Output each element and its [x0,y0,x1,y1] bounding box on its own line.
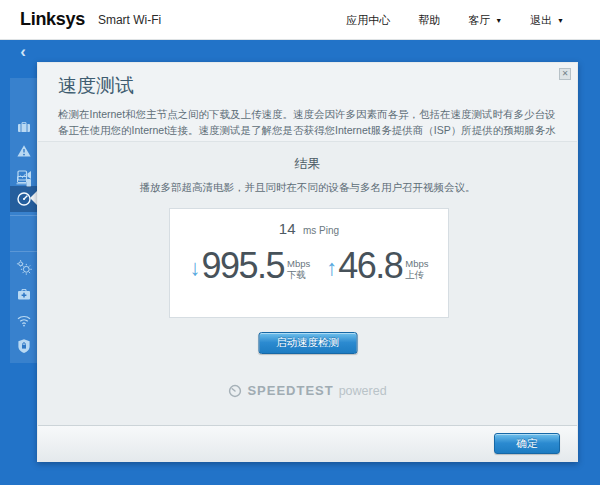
chevron-left-icon: ‹ [20,42,26,61]
upload-speed: ↑ 46.8 Mbps 上传 [326,251,428,282]
nav-logout-label: 退出 [530,13,552,28]
suitcase-icon [16,119,32,135]
nav-router-name-label: 客厅 [468,13,490,28]
nav-app-center[interactable]: 应用中心 [346,13,390,28]
speedtest-powered-text: powered [339,384,387,398]
sidebar-item-parental-controls[interactable] [10,141,37,161]
download-unit-stack: Mbps 下载 [287,258,310,281]
page: Linksys Smart Wi-Fi 应用中心 帮助 客厅 ▼ 退出 ▼ ‹ [0,0,600,485]
download-speed: ↓ 995.5 Mbps 下载 [189,251,310,282]
shield-lock-icon [16,338,32,354]
app-header: Linksys Smart Wi-Fi 应用中心 帮助 客厅 ▼ 退出 ▼ [0,0,600,40]
results-subtitle: 播放多部超高清电影，并且同时在不同的设备与多名用户召开视频会议。 [38,181,577,195]
ping-row: 14 ms Ping [170,220,448,238]
results-section: 结果 播放多部超高清电影，并且同时在不同的设备与多名用户召开视频会议。 14 m… [38,141,577,425]
download-unit: Mbps [287,258,310,269]
nav-router-name-dropdown[interactable]: 客厅 ▼ [468,13,502,28]
sidebar-item-troubleshooting[interactable] [10,284,37,304]
upload-unit: Mbps [405,258,428,269]
speedtest-powered-row: SPEEDTEST powered [38,383,577,398]
upload-arrow-icon: ↑ [326,257,337,279]
caret-down-icon: ▼ [557,17,564,24]
caret-down-icon: ▼ [495,17,502,24]
ping-unit: ms Ping [303,225,339,236]
upload-unit-stack: Mbps 上传 [405,258,428,281]
gears-icon [16,259,32,275]
download-label: 下载 [287,269,310,280]
download-arrow-icon: ↓ [189,257,200,279]
download-value: 995.5 [201,251,284,282]
speed-results-card: 14 ms Ping ↓ 995.5 Mbps 下载 ↑ 46.8 [169,208,449,318]
sidebar-divider [10,251,37,252]
dialog-title: 速度测试 [58,73,134,99]
upload-value: 46.8 [338,251,402,282]
speed-test-dialog: ✕ 速度测试 检测在Internet和您主节点之间的下载及上传速度。速度会因许多… [37,62,578,462]
dialog-close-button[interactable]: ✕ [559,68,571,80]
header-nav: 应用中心 帮助 客厅 ▼ 退出 ▼ [346,0,564,40]
linksys-logo: Linksys [20,9,85,30]
product-name: Smart Wi-Fi [98,13,161,27]
nav-app-center-label: 应用中心 [346,13,390,28]
dialog-footer: 确定 [38,425,577,462]
sidebar-item-wireless[interactable] [10,310,37,330]
sidebar-item-security[interactable] [10,336,37,356]
speedtest-brand: SPEEDTEST [247,383,333,398]
nav-help-label: 帮助 [418,13,440,28]
speeds-row: ↓ 995.5 Mbps 下载 ↑ 46.8 Mbps 上传 [170,251,448,282]
wifi-icon [16,312,32,328]
sidebar-collapse-button[interactable]: ‹ [15,44,31,60]
start-speed-test-button[interactable]: 启动速度检测 [258,332,357,354]
results-heading: 结果 [38,155,577,173]
sidebar [10,78,37,363]
nav-help[interactable]: 帮助 [418,13,440,28]
active-item-pointer [30,191,37,205]
speedtest-gauge-icon [228,384,242,398]
sidebar-item-media-prioritization[interactable] [10,165,37,185]
ok-button[interactable]: 确定 [494,433,560,454]
close-icon: ✕ [562,69,569,78]
first-aid-kit-icon [16,286,32,302]
nav-logout-dropdown[interactable]: 退出 ▼ [530,13,564,28]
ping-value: 14 [279,220,296,237]
sidebar-item-connectivity[interactable] [10,257,37,277]
warning-triangle-icon [16,143,32,159]
media-prioritization-icon [16,167,32,183]
upload-label: 上传 [405,269,428,280]
sidebar-item-guest-access[interactable] [10,117,37,137]
sidebar-divider [10,215,37,216]
